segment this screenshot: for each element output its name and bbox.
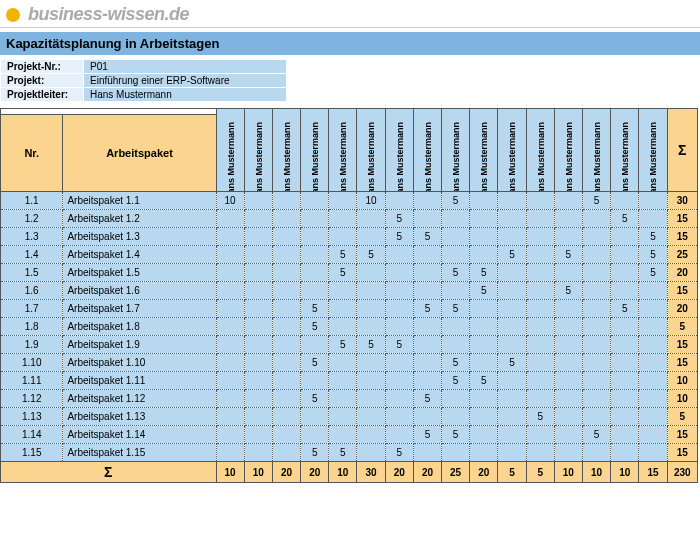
cell-value: [442, 444, 470, 462]
cell-value: [554, 192, 582, 210]
footer-col-sum: 30: [357, 462, 385, 483]
cell-value: 5: [301, 354, 329, 372]
cell-workpackage: Arbeitspaket 1.11: [63, 372, 216, 390]
cell-value: [357, 390, 385, 408]
cell-value: [385, 192, 413, 210]
cell-value: 5: [442, 426, 470, 444]
cell-value: [244, 300, 272, 318]
header-employee: Hans Mustermann: [413, 109, 441, 192]
footer-col-sum: 25: [442, 462, 470, 483]
brand-text: business-wissen.de: [28, 4, 189, 25]
cell-value: [442, 408, 470, 426]
cell-value: 5: [639, 246, 667, 264]
cell-value: [272, 336, 300, 354]
cell-value: [357, 354, 385, 372]
cell-value: [582, 372, 610, 390]
cell-value: [582, 444, 610, 462]
cell-value: 5: [582, 192, 610, 210]
cell-value: [244, 282, 272, 300]
cell-value: [611, 408, 639, 426]
cell-row-sum: 5: [667, 408, 697, 426]
cell-value: [329, 300, 357, 318]
cell-value: [301, 426, 329, 444]
cell-value: [554, 300, 582, 318]
header-employee: Hans Mustermann: [554, 109, 582, 192]
cell-value: [498, 372, 526, 390]
cell-value: [470, 426, 498, 444]
cell-value: [526, 444, 554, 462]
cell-value: [498, 228, 526, 246]
cell-value: [611, 246, 639, 264]
table-row: 1.12Arbeitspaket 1.125510: [1, 390, 698, 408]
header-employee: Hans Mustermann: [498, 109, 526, 192]
cell-value: 5: [357, 336, 385, 354]
cell-value: [329, 426, 357, 444]
cell-nr: 1.9: [1, 336, 63, 354]
cell-value: [526, 354, 554, 372]
cell-value: 5: [442, 354, 470, 372]
cell-value: [385, 264, 413, 282]
cell-value: [244, 390, 272, 408]
cell-value: [639, 282, 667, 300]
cell-value: [611, 426, 639, 444]
cell-value: [498, 210, 526, 228]
cell-value: [442, 246, 470, 264]
cell-value: [244, 408, 272, 426]
table-row: 1.5Arbeitspaket 1.5555520: [1, 264, 698, 282]
cell-value: [554, 372, 582, 390]
logo-icon: [6, 8, 20, 22]
table-row: 1.8Arbeitspaket 1.855: [1, 318, 698, 336]
footer-col-sum: 20: [470, 462, 498, 483]
cell-value: [470, 408, 498, 426]
cell-value: 5: [301, 444, 329, 462]
cell-value: [385, 300, 413, 318]
table-row: 1.4Arbeitspaket 1.45555525: [1, 246, 698, 264]
cell-value: [554, 264, 582, 282]
cell-value: [470, 318, 498, 336]
cell-value: [498, 336, 526, 354]
table-row: 1.14Arbeitspaket 1.1455515: [1, 426, 698, 444]
cell-value: [413, 264, 441, 282]
cell-value: [216, 282, 244, 300]
cell-value: [385, 426, 413, 444]
cell-value: [639, 336, 667, 354]
cell-value: [611, 228, 639, 246]
cell-value: [470, 210, 498, 228]
header-ap: Arbeitspaket: [63, 114, 216, 191]
cell-value: [272, 318, 300, 336]
project-meta-table: Projekt-Nr.:P01Projekt:Einführung einer …: [0, 59, 287, 102]
cell-value: 5: [611, 210, 639, 228]
cell-value: [385, 318, 413, 336]
cell-value: 5: [442, 300, 470, 318]
cell-value: [554, 336, 582, 354]
cell-value: [639, 408, 667, 426]
cell-value: [582, 318, 610, 336]
cell-value: 5: [470, 372, 498, 390]
cell-value: 5: [554, 246, 582, 264]
cell-value: [582, 210, 610, 228]
cell-value: [442, 336, 470, 354]
cell-workpackage: Arbeitspaket 1.3: [63, 228, 216, 246]
cell-value: [244, 192, 272, 210]
cell-value: 5: [470, 264, 498, 282]
cell-value: [639, 444, 667, 462]
cell-value: [582, 264, 610, 282]
cell-value: [413, 444, 441, 462]
cell-value: [413, 282, 441, 300]
cell-value: 5: [554, 282, 582, 300]
cell-value: [554, 228, 582, 246]
meta-label: Projektleiter:: [1, 88, 84, 102]
cell-value: [442, 210, 470, 228]
cell-value: 5: [498, 246, 526, 264]
cell-value: [357, 300, 385, 318]
cell-value: 5: [301, 318, 329, 336]
cell-value: [301, 192, 329, 210]
meta-label: Projekt-Nr.:: [1, 60, 84, 74]
cell-value: [216, 228, 244, 246]
cell-nr: 1.3: [1, 228, 63, 246]
cell-value: 5: [442, 192, 470, 210]
cell-value: 5: [582, 426, 610, 444]
cell-value: [244, 354, 272, 372]
header-employee: Hans Mustermann: [216, 109, 244, 192]
cell-value: [357, 264, 385, 282]
